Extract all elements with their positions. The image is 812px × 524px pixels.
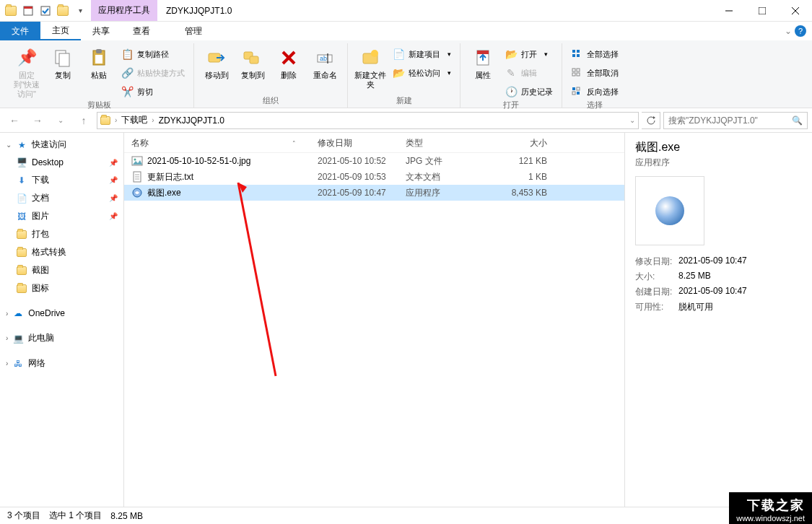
breadcrumb-seg-2[interactable]: ZDYKJJQPJT1.0: [159, 115, 224, 126]
address-bar[interactable]: › 下载吧 › ZDYKJJQPJT1.0 ⌄: [97, 112, 639, 129]
file-name: 截图.exe: [147, 187, 181, 199]
pin-icon: 📌: [109, 194, 118, 202]
nav-up[interactable]: ↑: [74, 110, 94, 131]
tab-manage[interactable]: 管理: [173, 22, 214, 40]
folder-icon: [16, 265, 27, 276]
sidebar-item-tubiao[interactable]: 图标: [0, 279, 123, 297]
svg-rect-27: [577, 54, 580, 57]
sidebar-quick-access[interactable]: ⌄★快速访问: [0, 136, 123, 154]
search-box[interactable]: 🔍: [663, 112, 808, 129]
properties-button[interactable]: 属性: [466, 43, 499, 80]
file-row[interactable]: 2021-05-10-10-52-51-0.jpg2021-05-10 10:5…: [124, 153, 624, 169]
qat-properties[interactable]: [20, 3, 36, 19]
invert-selection-button[interactable]: 反向选择: [568, 84, 621, 100]
preview-label-size: 大小:: [635, 271, 678, 283]
svg-rect-28: [572, 69, 575, 71]
copy-to-button[interactable]: 复制到: [236, 43, 269, 80]
tab-file[interactable]: 文件: [0, 22, 40, 40]
group-new-label: 新建: [354, 95, 454, 108]
tab-view[interactable]: 查看: [121, 22, 162, 40]
sidebar-network[interactable]: ›🖧网络: [0, 354, 123, 372]
svg-rect-25: [577, 50, 580, 53]
cut-button[interactable]: ✂️剪切: [118, 84, 188, 100]
delete-button[interactable]: 删除: [272, 43, 305, 80]
paste-shortcut-button[interactable]: 🔗粘贴快捷方式: [118, 65, 188, 81]
qat-overflow[interactable]: ▾: [72, 3, 88, 19]
sort-asc-icon: ˄: [292, 140, 296, 147]
new-folder-icon: [359, 46, 382, 69]
qat-newfolder[interactable]: [55, 3, 71, 19]
window-maximize[interactable]: [746, 0, 779, 21]
nav-forward[interactable]: →: [27, 110, 48, 131]
sidebar-item-downloads[interactable]: ⬇下载📌: [0, 171, 123, 189]
breadcrumb-seg-1[interactable]: 下载吧: [121, 114, 147, 126]
select-all-button[interactable]: 全部选择: [568, 46, 621, 62]
paste-icon: [87, 46, 110, 69]
file-date: 2021-05-09 10:47: [318, 188, 406, 198]
nav-recent-dropdown[interactable]: ⌄: [51, 110, 71, 131]
copy-button[interactable]: 复制: [46, 43, 79, 80]
file-type: 应用程序: [406, 187, 492, 199]
window-close[interactable]: [779, 0, 812, 21]
new-folder-button[interactable]: 新建文件夹: [354, 43, 387, 89]
search-icon[interactable]: 🔍: [792, 115, 803, 126]
tab-share[interactable]: 共享: [81, 22, 121, 40]
sidebar-item-dabao[interactable]: 打包: [0, 225, 123, 243]
sidebar-item-jietu[interactable]: 截图: [0, 261, 123, 279]
file-row[interactable]: 更新日志.txt2021-05-09 10:53文本文档1 KB: [124, 169, 624, 185]
folder-icon: [16, 229, 27, 240]
watermark: 下载之家 www.windowszj.net: [729, 492, 812, 524]
file-date: 2021-05-09 10:53: [318, 172, 406, 182]
file-type: 文本文档: [406, 171, 492, 183]
sidebar-onedrive[interactable]: ›☁OneDrive: [0, 305, 123, 322]
search-input[interactable]: [668, 115, 787, 126]
column-header-name[interactable]: 名称˄: [131, 137, 318, 149]
cloud-icon: ☁: [12, 307, 24, 319]
sidebar-item-geshi[interactable]: 格式转换: [0, 243, 123, 261]
preview-created: 2021-05-09 10:47: [678, 286, 802, 298]
svg-rect-1: [24, 6, 32, 9]
new-item-button[interactable]: 📄新建项目▾: [390, 46, 454, 62]
copy-path-button[interactable]: 📋复制路径: [118, 46, 188, 62]
preview-size: 8.25 MB: [678, 271, 802, 283]
chevron-right-icon[interactable]: ›: [115, 116, 117, 124]
download-icon: ⬇: [16, 175, 27, 186]
tab-home[interactable]: 主页: [40, 22, 81, 40]
address-dropdown-icon[interactable]: ⌄: [629, 116, 635, 124]
edit-button[interactable]: ✎编辑: [502, 65, 556, 81]
context-tab-app-tools[interactable]: 应用程序工具: [91, 0, 157, 21]
ribbon-collapse-icon[interactable]: ⌄: [785, 26, 792, 36]
star-icon: ★: [16, 139, 27, 151]
shortcut-icon: 🔗: [121, 67, 133, 79]
history-button[interactable]: 🕐历史记录: [502, 84, 556, 100]
column-header-date[interactable]: 修改日期: [318, 137, 406, 149]
file-row[interactable]: 截图.exe2021-05-09 10:47应用程序8,453 KB: [124, 185, 624, 201]
easy-access-button[interactable]: 📂轻松访问▾: [390, 65, 454, 81]
document-icon: 📄: [16, 193, 27, 204]
preview-title: 截图.exe: [635, 140, 802, 155]
help-icon[interactable]: ?: [795, 25, 806, 37]
sidebar-item-documents[interactable]: 📄文档📌: [0, 189, 123, 207]
chevron-right-icon[interactable]: ›: [152, 116, 154, 124]
qat-checkbox[interactable]: [38, 3, 53, 19]
open-button[interactable]: 📂打开▾: [502, 46, 556, 62]
select-none-button[interactable]: 全部取消: [568, 65, 621, 81]
column-header-type[interactable]: 类型: [406, 137, 492, 149]
window-minimize[interactable]: [712, 0, 746, 21]
svg-rect-35: [577, 92, 580, 95]
paste-button[interactable]: 粘贴: [82, 43, 115, 80]
easy-access-icon: 📂: [393, 67, 404, 79]
sidebar-item-desktop[interactable]: 🖥️Desktop📌: [0, 154, 123, 171]
sidebar-item-pictures[interactable]: 🖼图片📌: [0, 207, 123, 225]
refresh-button[interactable]: [642, 112, 660, 129]
move-to-button[interactable]: 移动到: [200, 43, 233, 80]
svg-rect-23: [477, 51, 489, 54]
column-header-size[interactable]: 大小: [492, 137, 559, 149]
pin-button[interactable]: 📌 固定到"快速访问": [10, 43, 43, 99]
preview-label-avail: 可用性:: [635, 301, 678, 313]
address-folder-icon: [100, 116, 110, 125]
folder-icon: [16, 283, 27, 294]
nav-back[interactable]: ←: [4, 110, 25, 131]
sidebar-thispc[interactable]: ›💻此电脑: [0, 329, 123, 347]
rename-button[interactable]: ab重命名: [308, 43, 341, 80]
